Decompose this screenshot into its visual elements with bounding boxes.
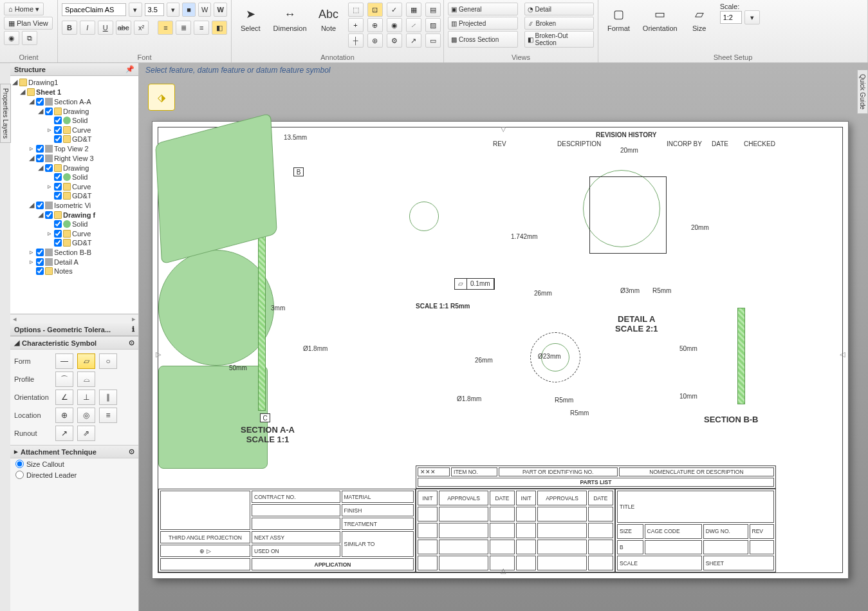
sheet-format[interactable]: ▢Format	[602, 3, 635, 35]
sym-perpendicular[interactable]: ⊥	[77, 390, 95, 405]
note-tool[interactable]: AbcNote	[315, 3, 343, 35]
sym-flatness[interactable]: ▱	[77, 353, 95, 369]
view-detail[interactable]: ◔ Detail	[524, 3, 595, 15]
view-cross[interactable]: ▩ Cross Section	[448, 31, 518, 48]
tree-item[interactable]: ▹Curve	[10, 229, 138, 238]
sym-symmetry[interactable]: ≡	[99, 408, 117, 423]
align-center-button[interactable]: ≣	[176, 21, 191, 35]
select-tool[interactable]: ➤Select	[235, 3, 266, 35]
scale-input[interactable]	[720, 11, 742, 24]
table-tool[interactable]: ▦	[406, 3, 421, 17]
titleblock-left: CONTRACT NO.MATERIAL FINISH TREATMENT TH…	[158, 489, 416, 572]
center-tool[interactable]: +	[348, 18, 364, 32]
highlight-button[interactable]: ◧	[212, 21, 227, 35]
view-icon[interactable]: ⧉	[22, 31, 37, 45]
tree-root[interactable]: ◢Drawing1	[10, 77, 138, 87]
tree-item[interactable]: ▹Curve	[10, 182, 138, 191]
sym-total-runout[interactable]: ⇗	[77, 426, 95, 441]
underline-button[interactable]: U	[98, 21, 113, 35]
font-color-button[interactable]: ■	[182, 3, 196, 17]
drawing-canvas[interactable]: Select feature, datum feature or datum f…	[139, 63, 868, 611]
plan-view-label: Plan View	[17, 19, 48, 27]
collapse-icon[interactable]: ⊙	[129, 447, 134, 456]
sym-profile-line[interactable]: ⌒	[55, 371, 73, 387]
tree-item[interactable]: ◢Section A-A	[10, 97, 138, 106]
spin-icon[interactable]: ◉	[4, 31, 19, 45]
gear-tool[interactable]: ⚙	[387, 33, 402, 48]
align-left-button[interactable]: ≡	[158, 21, 173, 35]
sym-parallel[interactable]: ∥	[99, 390, 117, 405]
tree-item[interactable]: ◢Isometric Vi	[10, 200, 138, 210]
datum-tool[interactable]: ⬚	[348, 3, 364, 17]
tree-item[interactable]: GD&T	[10, 238, 138, 247]
sym-angularity[interactable]: ∠	[55, 390, 73, 405]
annotation-group-label: Annotation	[235, 52, 439, 61]
font-size-dropdown[interactable]: ▾	[167, 3, 180, 17]
view-projected[interactable]: ▥ Projected	[448, 17, 518, 30]
tree-item[interactable]: Solid	[10, 173, 138, 182]
arrow-tool[interactable]: ↗	[406, 33, 421, 48]
box-tool[interactable]: ▭	[425, 33, 441, 48]
surface-tool[interactable]: ✓	[387, 3, 402, 17]
weld-tool[interactable]: ⟋	[406, 18, 421, 32]
side-tab-quickguide[interactable]: Quick Guide	[857, 70, 868, 114]
tree-item[interactable]: ▹Top View 2	[10, 144, 138, 153]
case-w-button[interactable]: W	[198, 3, 212, 17]
collapse-icon[interactable]: ⊙	[129, 339, 134, 347]
bolt-tool[interactable]: ⊕	[367, 18, 383, 32]
scale-dropdown[interactable]: ▾	[744, 10, 760, 24]
font-size-combo[interactable]	[145, 3, 164, 16]
attach-header[interactable]: ▸ Attachment Technique ⊙	[10, 445, 138, 458]
tree-item[interactable]: Solid	[10, 220, 138, 229]
sym-profile-surface[interactable]: ⌓	[77, 371, 95, 387]
tree-item[interactable]: GD&T	[10, 191, 138, 200]
hatch-tool[interactable]: ▨	[425, 18, 441, 32]
sheet-size[interactable]: ▱Size	[685, 3, 714, 35]
tree-sheet[interactable]: ◢Sheet 1	[10, 87, 138, 97]
strike-button[interactable]: abc	[116, 21, 131, 35]
italic-button[interactable]: I	[80, 21, 95, 35]
font-family-dropdown[interactable]: ▾	[129, 3, 142, 17]
sym-concentric[interactable]: ◎	[77, 408, 95, 423]
sym-runout[interactable]: ↗	[55, 426, 73, 441]
tree-item[interactable]: Solid	[10, 116, 138, 125]
tree-item[interactable]: ◢Drawing f	[10, 210, 138, 220]
thread-tool[interactable]: ◉	[387, 18, 402, 32]
tree-item[interactable]: ◢Right View 3	[10, 153, 138, 163]
align-right-button[interactable]: ≡	[194, 21, 209, 35]
side-tab-properties[interactable]: Properties Layers	[0, 84, 11, 143]
tree-item[interactable]: ◢Drawing	[10, 106, 138, 116]
font-family-combo[interactable]	[62, 3, 126, 16]
sym-circularity[interactable]: ○	[99, 353, 117, 369]
radio-directed-leader[interactable]: Directed Leader	[10, 469, 138, 480]
sym-straightness[interactable]: —	[55, 353, 73, 369]
table2-tool[interactable]: ▤	[425, 3, 441, 17]
panel-pin-icon[interactable]: ℹ	[132, 325, 134, 334]
sup-button[interactable]: x²	[134, 21, 149, 35]
char-symbol-header[interactable]: ◢ Characteristic Symbol ⊙	[10, 336, 138, 350]
plan-view-button[interactable]: ▦ Plan View	[4, 17, 53, 30]
structure-tree[interactable]: ◢Drawing1 ◢Sheet 1 ◢Section A-A ◢Drawing…	[10, 76, 138, 314]
dimension-tool[interactable]: ↔Dimension	[268, 3, 312, 35]
bold-button[interactable]: B	[62, 21, 77, 35]
gdt-tool[interactable]: ⊡	[367, 3, 383, 17]
tree-item[interactable]: ▹Detail A	[10, 257, 138, 267]
tree-item[interactable]: ▹Curve	[10, 125, 138, 135]
view-cube[interactable]: ⬗	[148, 84, 175, 111]
sym-position[interactable]: ⊕	[55, 408, 73, 423]
panel-pin-icon[interactable]: 📌	[125, 65, 134, 73]
tree-item[interactable]: ▹Section B-B	[10, 247, 138, 257]
sheet-orientation[interactable]: ▭Orientation	[638, 3, 683, 35]
radio-size-callout[interactable]: Size Callout	[10, 458, 138, 469]
tree-item[interactable]: GD&T	[10, 135, 138, 144]
tree-item[interactable]: Notes	[10, 267, 138, 276]
tree-scrollbar[interactable]: ◂▸	[10, 314, 138, 323]
case-wx-button[interactable]: W	[214, 3, 227, 17]
view-broken[interactable]: ⫽ Broken	[524, 17, 595, 30]
home-menu[interactable]: ⌂ Home ▾	[4, 3, 44, 15]
tree-item[interactable]: ◢Drawing	[10, 163, 138, 173]
view-general[interactable]: ▣ General	[448, 3, 518, 15]
centerline-tool[interactable]: ┼	[348, 33, 364, 48]
globe-tool[interactable]: ⊛	[367, 33, 383, 48]
view-broken-out[interactable]: ◧ Broken-Out Section	[524, 31, 595, 48]
